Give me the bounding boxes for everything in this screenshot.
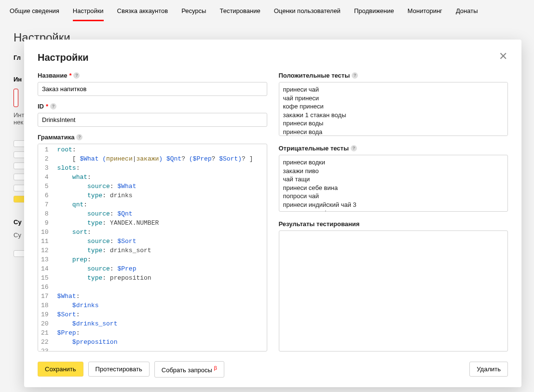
help-icon[interactable]: ? [76, 134, 82, 140]
id-label: ID * ? [38, 103, 267, 110]
top-tab[interactable]: Донаты [456, 0, 478, 21]
help-icon[interactable]: ? [73, 72, 80, 79]
negative-tests-input[interactable] [279, 155, 508, 212]
collect-button[interactable]: Собрать запросы β [154, 361, 224, 378]
test-button[interactable]: Протестировать [88, 362, 150, 377]
top-tab[interactable]: Настройки [73, 0, 104, 21]
top-tabs: Общие сведенияНастройкиСвязка аккаунтовР… [0, 0, 534, 21]
top-tab[interactable]: Общие сведения [10, 0, 59, 21]
results-label: Результаты тестирования [279, 220, 508, 228]
name-label-text: Название [38, 72, 67, 79]
code-content[interactable]: root: [ $What (принеси|закажи) $Qnt? ($P… [54, 144, 257, 351]
negative-tests-label-text: Отрицательные тесты [279, 145, 349, 152]
grammar-label-text: Грамматика [38, 134, 74, 141]
negative-tests-label: Отрицательные тесты ? [279, 145, 508, 152]
delete-button[interactable]: Удалить [469, 362, 508, 377]
positive-tests-input[interactable] [279, 82, 508, 136]
required-icon: * [69, 72, 71, 79]
modal-title: Настройки [38, 52, 89, 63]
positive-tests-label-text: Положительные тесты [279, 72, 350, 79]
top-tab[interactable]: Продвижение [354, 0, 394, 21]
id-input[interactable] [38, 113, 267, 127]
help-icon[interactable]: ? [351, 145, 357, 151]
top-tab[interactable]: Тестирование [219, 0, 260, 21]
line-gutter: 1234567891011121314151617181920212223 [38, 144, 54, 351]
settings-modal: Настройки ✕ Название * ? ID * ? Граммати… [24, 40, 521, 387]
required-icon: * [46, 103, 48, 110]
help-icon[interactable]: ? [50, 103, 56, 109]
name-input[interactable] [38, 82, 267, 96]
help-icon[interactable]: ? [352, 72, 358, 79]
positive-tests-label: Положительные тесты ? [279, 72, 508, 79]
beta-badge: β [214, 365, 217, 371]
close-icon[interactable]: ✕ [498, 52, 508, 62]
name-label: Название * ? [38, 72, 267, 79]
results-label-text: Результаты тестирования [279, 220, 360, 228]
results-output[interactable] [279, 230, 508, 351]
bg-box [14, 89, 18, 107]
grammar-editor[interactable]: 1234567891011121314151617181920212223 ro… [38, 144, 267, 351]
top-tab[interactable]: Связка аккаунтов [117, 0, 168, 21]
collect-button-label: Собрать запросы [162, 366, 212, 374]
top-tab[interactable]: Оценки пользователей [274, 0, 341, 21]
id-label-text: ID [38, 103, 44, 110]
top-tab[interactable]: Ресурсы [181, 0, 206, 21]
grammar-label: Грамматика ? [38, 134, 267, 141]
save-button[interactable]: Сохранить [38, 362, 83, 377]
top-tab[interactable]: Мониторинг [408, 0, 442, 21]
